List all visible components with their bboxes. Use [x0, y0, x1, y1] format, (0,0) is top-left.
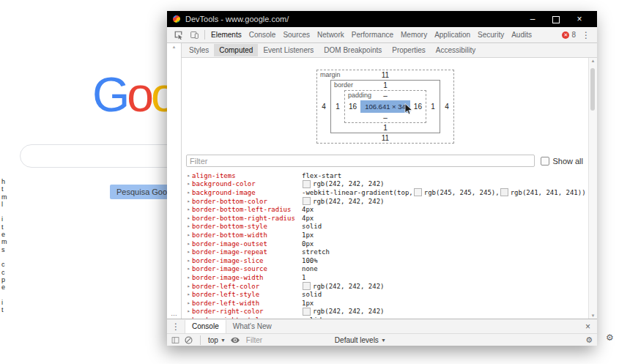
- tab-memory[interactable]: Memory: [397, 28, 431, 42]
- console-filter-input[interactable]: [245, 335, 330, 345]
- text-fragment: h: [1, 178, 7, 185]
- strip-scroll-up-icon[interactable]: ▲: [167, 45, 181, 49]
- subtab-event-listeners[interactable]: Event Listeners: [258, 44, 319, 56]
- disclosure-triangle-icon[interactable]: ▸: [185, 283, 192, 289]
- console-sidebar-icon[interactable]: [171, 336, 179, 344]
- tab-elements[interactable]: Elements: [207, 28, 245, 42]
- subtab-computed[interactable]: Computed: [214, 44, 258, 56]
- tab-console[interactable]: Console: [245, 28, 280, 42]
- text-fragment: [1, 291, 7, 298]
- drawer-close-button[interactable]: ×: [579, 322, 597, 332]
- property-name: border-right-color: [192, 308, 302, 315]
- tab-audits[interactable]: Audits: [508, 28, 535, 42]
- disclosure-triangle-icon[interactable]: ▸: [185, 275, 192, 281]
- tab-performance[interactable]: Performance: [348, 28, 397, 42]
- console-settings-gear-icon[interactable]: ⚙: [585, 335, 593, 345]
- property-name: background-color: [192, 180, 302, 187]
- drawer-tabs: ConsoleWhat's New: [185, 319, 278, 333]
- tab-security[interactable]: Security: [474, 28, 508, 42]
- error-badge[interactable]: ✕ 8: [562, 31, 576, 39]
- border-bottom-value: 1: [331, 123, 440, 133]
- property-value: solid: [302, 316, 322, 319]
- disclosure-triangle-icon[interactable]: ▸: [185, 241, 192, 247]
- disclosure-triangle-icon[interactable]: ▸: [185, 249, 192, 255]
- property-row: ▸border-right-stylesolid: [185, 316, 589, 319]
- text-fragment: [1, 208, 7, 215]
- log-levels-value: Default levels: [335, 336, 379, 344]
- show-all-control[interactable]: Show all: [541, 157, 583, 166]
- property-name: border-image-width: [192, 274, 302, 281]
- device-toolbar-icon[interactable]: [186, 28, 202, 42]
- subtab-accessibility[interactable]: Accessibility: [431, 44, 481, 56]
- tab-sources[interactable]: Sources: [279, 28, 314, 42]
- property-name: border-image-slice: [192, 257, 302, 264]
- close-window-button[interactable]: ×: [568, 11, 591, 27]
- disclosure-triangle-icon[interactable]: ▸: [185, 223, 192, 229]
- tab-application[interactable]: Application: [431, 28, 474, 42]
- scroll-up-icon[interactable]: ▲: [589, 59, 597, 63]
- color-swatch-icon: [414, 188, 422, 196]
- show-all-checkbox[interactable]: [541, 157, 549, 166]
- panel-scrollbar[interactable]: ▲ ▼: [588, 58, 597, 319]
- subtab-properties[interactable]: Properties: [387, 44, 431, 56]
- text-fragment: t: [1, 223, 7, 231]
- disclosure-triangle-icon[interactable]: ▸: [185, 190, 192, 196]
- devtools-titlebar[interactable]: DevTools - www.google.com/ – ×: [167, 11, 597, 27]
- disclosure-triangle-icon[interactable]: ▸: [185, 215, 192, 221]
- logo-letter: G: [92, 67, 127, 122]
- disclosure-triangle-icon[interactable]: ▸: [185, 181, 192, 187]
- clear-console-icon[interactable]: [185, 336, 193, 344]
- text-fragment: s: [1, 246, 7, 253]
- border-label: border: [334, 81, 353, 89]
- disclosure-triangle-icon[interactable]: ▸: [185, 266, 192, 272]
- property-value: none: [302, 265, 318, 272]
- tab-network[interactable]: Network: [314, 28, 348, 42]
- property-value: 1: [302, 274, 305, 281]
- strip-overflow-ellipsis[interactable]: …: [167, 310, 181, 317]
- disclosure-triangle-icon[interactable]: ▸: [185, 300, 192, 306]
- property-name: align-items: [192, 172, 302, 179]
- text-fragment: c: [1, 261, 7, 268]
- scroll-down-icon[interactable]: ▼: [589, 313, 597, 318]
- page-settings-gear-icon[interactable]: ⚙: [606, 333, 614, 343]
- property-value: 100%: [302, 257, 318, 264]
- property-row: ▸border-bottom-colorrgb(242, 242, 242): [185, 197, 589, 206]
- scrollbar-thumb[interactable]: [590, 68, 595, 111]
- disclosure-triangle-icon[interactable]: ▸: [185, 232, 192, 238]
- drawer-tab-console[interactable]: Console: [185, 320, 226, 333]
- subtab-styles[interactable]: Styles: [184, 44, 214, 56]
- property-name: border-bottom-right-radius: [192, 215, 302, 222]
- property-value: 0px: [302, 240, 314, 248]
- devtools-main-toolbar: ElementsConsoleSourcesNetworkPerformance…: [167, 27, 597, 43]
- elements-tree-strip[interactable]: ▲ …: [167, 43, 182, 319]
- disclosure-triangle-icon[interactable]: ▸: [185, 207, 192, 212]
- disclosure-triangle-icon[interactable]: ▸: [185, 173, 192, 179]
- property-value: solid: [302, 291, 322, 298]
- property-name: border-bottom-width: [192, 231, 302, 239]
- disclosure-triangle-icon[interactable]: ▸: [185, 308, 192, 314]
- minimize-button[interactable]: –: [521, 11, 544, 27]
- property-row: ▸border-image-slice100%: [185, 256, 589, 265]
- property-row: ▸border-image-repeatstretch: [185, 248, 589, 256]
- disclosure-triangle-icon[interactable]: ▸: [185, 198, 192, 204]
- drawer-menu-kebab-icon[interactable]: ⋮: [167, 322, 185, 332]
- property-value: solid: [302, 223, 322, 230]
- logo-letter: o: [127, 67, 151, 122]
- disclosure-triangle-icon[interactable]: ▸: [185, 317, 192, 319]
- property-row: ▸border-left-colorrgb(242, 242, 242): [185, 282, 589, 291]
- toolbar-divider: [204, 30, 205, 40]
- computed-filter-input[interactable]: [186, 155, 535, 167]
- disclosure-triangle-icon[interactable]: ▸: [185, 291, 192, 297]
- drawer-tab-what-s-new[interactable]: What's New: [226, 320, 278, 333]
- log-levels-dropdown[interactable]: Default levels ▼: [335, 336, 386, 344]
- inspect-element-icon[interactable]: [170, 28, 186, 42]
- eye-icon[interactable]: [231, 337, 240, 343]
- maximize-button[interactable]: [544, 11, 568, 27]
- subtab-dom-breakpoints[interactable]: DOM Breakpoints: [319, 44, 387, 56]
- devtools-menu-kebab-icon[interactable]: ⋮: [579, 30, 593, 40]
- property-value: flex-start: [302, 172, 341, 179]
- disclosure-triangle-icon[interactable]: ▸: [185, 258, 192, 264]
- screen: Google Pesquisa Google htmlitemsccpeit ⚙…: [0, 0, 619, 364]
- execution-context-dropdown[interactable]: top ▼: [208, 336, 226, 344]
- show-all-label: Show all: [552, 157, 583, 166]
